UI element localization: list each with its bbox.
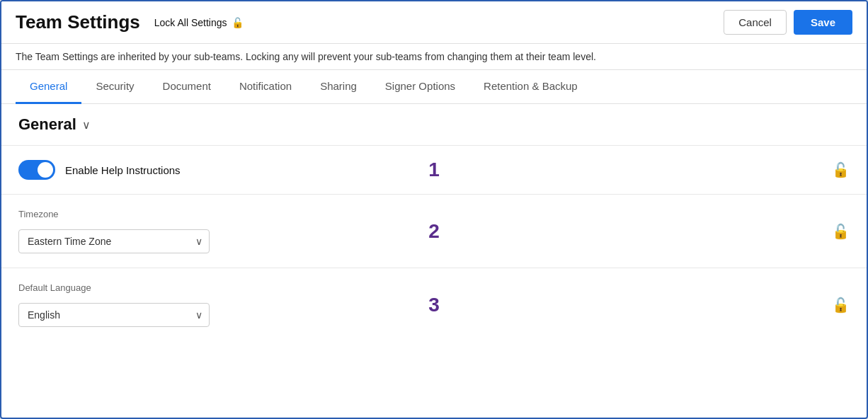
header-actions: Cancel Save <box>724 10 852 35</box>
help-instructions-label: Enable Help Instructions <box>65 164 181 176</box>
tab-sharing[interactable]: Sharing <box>306 70 371 104</box>
tab-notification[interactable]: Notification <box>225 70 306 104</box>
step-number-1: 1 <box>428 159 440 181</box>
language-label-block: Default Language English Spanish French … <box>18 282 210 327</box>
tab-signer-options[interactable]: Signer Options <box>371 70 469 104</box>
tab-general[interactable]: General <box>16 70 81 104</box>
section-title: General <box>18 115 76 134</box>
header: Team Settings Lock All Settings 🔓 Cancel… <box>1 1 867 44</box>
tab-document[interactable]: Document <box>149 70 225 104</box>
tab-retention-backup[interactable]: Retention & Backup <box>469 70 592 104</box>
lock-icon-2[interactable]: 🔓 <box>832 223 850 240</box>
timezone-sublabel: Timezone <box>18 209 210 219</box>
toggle-slider <box>18 160 55 180</box>
setting-row-timezone: Timezone Eastern Time Zone Central Time … <box>1 194 867 268</box>
setting-row-language: Default Language English Spanish French … <box>1 268 867 341</box>
info-text: The Team Settings are inherited by your … <box>16 51 596 62</box>
team-settings-window: Team Settings Lock All Settings 🔓 Cancel… <box>0 0 868 419</box>
timezone-label-block: Timezone Eastern Time Zone Central Time … <box>18 209 210 253</box>
lock-icon-3[interactable]: 🔓 <box>832 297 850 314</box>
step-number-2: 2 <box>428 220 440 243</box>
save-button[interactable]: Save <box>794 10 852 35</box>
language-select[interactable]: English Spanish French German Portuguese <box>18 303 210 327</box>
setting-left-help: Enable Help Instructions <box>18 160 832 180</box>
lock-icon-1[interactable]: 🔓 <box>832 161 850 178</box>
page-title: Team Settings <box>16 11 140 33</box>
timezone-select[interactable]: Eastern Time Zone Central Time Zone Moun… <box>18 229 210 253</box>
lock-all-label: Lock All Settings <box>154 17 227 28</box>
info-bar: The Team Settings are inherited by your … <box>1 44 867 70</box>
section-chevron-icon[interactable]: ∨ <box>82 118 91 132</box>
tab-security[interactable]: Security <box>81 70 148 104</box>
help-instructions-toggle[interactable] <box>18 160 55 180</box>
language-sublabel: Default Language <box>18 282 210 293</box>
lock-all-button[interactable]: Lock All Settings 🔓 <box>154 17 244 28</box>
timezone-select-wrapper: Eastern Time Zone Central Time Zone Moun… <box>18 229 210 253</box>
language-select-wrapper: English Spanish French German Portuguese… <box>18 303 210 327</box>
content-area: General ∨ Enable Help Instructions 1 🔓 T… <box>1 104 867 418</box>
section-header: General ∨ <box>1 104 867 145</box>
tabs-bar: General Security Document Notification S… <box>1 70 867 104</box>
toggle-wrapper <box>18 160 55 180</box>
step-number-3: 3 <box>428 294 440 316</box>
lock-all-icon: 🔓 <box>232 17 244 28</box>
cancel-button[interactable]: Cancel <box>724 10 787 35</box>
setting-row-help-instructions: Enable Help Instructions 1 🔓 <box>1 145 867 194</box>
